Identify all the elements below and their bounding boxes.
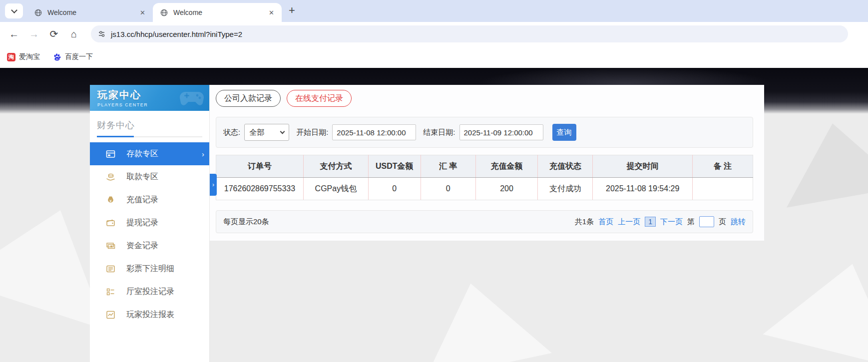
sidebar-item-hall-bet-record[interactable]: 厅室投注记录 xyxy=(90,280,209,303)
col-exchange-rate: 汇 率 xyxy=(421,155,475,178)
taobao-icon: 淘 xyxy=(7,53,15,61)
lottery-bet-detail-icon xyxy=(106,264,115,274)
sidebar-item-label: 彩票下注明细 xyxy=(126,264,174,274)
col-submit-time: 提交时间 xyxy=(593,155,693,178)
cell-order-number: 1762602869755333 xyxy=(216,178,304,200)
jump-action-link[interactable]: 跳转 xyxy=(731,217,746,227)
sidebar-item-label: 玩家投注报表 xyxy=(126,310,174,320)
sidebar-item-label: 厅室投注记录 xyxy=(126,287,174,297)
tab-close-icon[interactable]: ✕ xyxy=(266,8,277,17)
sidebar: 玩家中心 PLAYERS CENTER 财务中心 xyxy=(90,85,210,362)
bookmarks-bar: 淘 爱淘宝 du 百度一下 xyxy=(0,46,868,68)
tab-close-icon[interactable]: ✕ xyxy=(137,8,148,17)
search-button[interactable]: 查询 xyxy=(552,124,576,141)
bookmark-label: 爱淘宝 xyxy=(19,52,40,61)
table-header-row: 订单号 支付方式 USDT金额 汇 率 充值金额 充值状态 提交时间 备 注 xyxy=(216,155,753,178)
sidebar-item-label: 存款专区 xyxy=(126,149,158,159)
status-label: 状态: xyxy=(223,128,240,137)
cell-submit-time: 2025-11-08 19:54:29 xyxy=(593,178,693,200)
tab-online-payment-record[interactable]: 在线支付记录 xyxy=(287,90,352,107)
end-date-input[interactable] xyxy=(459,124,543,140)
start-date-label: 开始日期: xyxy=(296,128,328,137)
globe-icon xyxy=(34,8,42,17)
col-recharge-amount: 充值金额 xyxy=(475,155,538,178)
svg-text:du: du xyxy=(55,57,58,60)
status-select-value: 全部 xyxy=(249,128,264,137)
sidebar-item-deposit-zone[interactable]: 存款专区 › xyxy=(90,142,209,165)
baidu-paw-icon: du xyxy=(53,53,61,61)
cell-usdt-amount: 0 xyxy=(368,178,421,200)
sidebar-collapse-handle[interactable]: › xyxy=(210,174,217,196)
sidebar-item-lottery-bet-detail[interactable]: 彩票下注明细 xyxy=(90,257,209,280)
sidebar-item-player-bet-report[interactable]: 玩家投注报表 xyxy=(90,303,209,326)
browser-tab-strip: Welcome ✕ Welcome ✕ + xyxy=(0,0,868,22)
status-select[interactable]: 全部 xyxy=(244,124,289,141)
player-bet-report-icon xyxy=(106,310,115,320)
col-payment-method: 支付方式 xyxy=(303,155,368,178)
chevron-down-icon xyxy=(280,129,285,134)
site-settings-icon[interactable] xyxy=(98,30,106,38)
globe-icon xyxy=(160,8,168,17)
sidebar-item-withdraw-zone[interactable]: 取款专区 xyxy=(90,165,209,188)
reload-button[interactable]: ⟳ xyxy=(45,25,63,43)
browser-toolbar: ← → ⟳ ⌂ js13.cc/hhcp/usercenter.html?ini… xyxy=(0,22,868,46)
filter-bar: 状态: 全部 开始日期: 结束日期: 查询 xyxy=(216,117,753,148)
content-container: 玩家中心 PLAYERS CENTER 财务中心 xyxy=(90,85,764,362)
hall-bet-record-icon xyxy=(106,287,115,297)
tab-title: Welcome xyxy=(47,8,137,16)
start-date-input[interactable] xyxy=(332,124,416,140)
decor-triangle xyxy=(763,247,868,362)
cell-recharge-amount: 200 xyxy=(475,178,538,200)
withdraw-icon xyxy=(106,172,115,182)
page-jump-input[interactable] xyxy=(699,216,714,227)
gamepad-icon xyxy=(178,88,205,107)
sidebar-item-label: 充值记录 xyxy=(126,195,158,205)
url-bar[interactable]: js13.cc/hhcp/usercenter.html?iniType=2 xyxy=(91,25,848,42)
withdrawal-record-icon xyxy=(106,218,115,228)
chevron-right-icon: › xyxy=(202,150,204,158)
bookmark-taobao[interactable]: 淘 爱淘宝 xyxy=(7,52,40,61)
prev-page-link[interactable]: 上一页 xyxy=(618,217,640,227)
browser-tab-inactive[interactable]: Welcome ✕ xyxy=(27,3,153,22)
jump-prefix-text: 第 xyxy=(687,217,695,227)
svg-text:¥: ¥ xyxy=(109,198,112,203)
sidebar-item-label: 资金记录 xyxy=(126,241,158,251)
tab-search-button[interactable] xyxy=(5,3,23,18)
sidebar-item-funds-record[interactable]: 资金记录 xyxy=(90,234,209,257)
forward-button[interactable]: → xyxy=(25,25,43,43)
pagination-controls: 共1条 首页 上一页 1 下一页 第 页 跳转 xyxy=(575,216,746,227)
finance-center-title: 财务中心 xyxy=(97,119,202,131)
chevron-right-icon: › xyxy=(212,181,214,188)
sidebar-item-withdrawal-record[interactable]: 提现记录 xyxy=(90,211,209,234)
deposit-icon xyxy=(106,149,115,159)
end-date-label: 结束日期: xyxy=(423,128,455,137)
current-page-badge[interactable]: 1 xyxy=(645,217,656,227)
decor-triangle xyxy=(774,113,868,207)
cell-recharge-status: 支付成功 xyxy=(538,178,593,200)
pagination-bar: 每页显示20条 共1条 首页 上一页 1 下一页 第 页 跳转 xyxy=(216,210,753,233)
web-page: 玩家中心 PLAYERS CENTER 财务中心 xyxy=(0,68,868,362)
record-type-tabs: 公司入款记录 在线支付记录 xyxy=(216,90,753,107)
back-button[interactable]: ← xyxy=(5,25,23,43)
col-recharge-status: 充值状态 xyxy=(538,155,593,178)
sidebar-section: 财务中心 xyxy=(90,111,209,137)
bookmark-baidu[interactable]: du 百度一下 xyxy=(53,52,93,61)
tab-title: Welcome xyxy=(173,8,266,16)
browser-tab-active[interactable]: Welcome ✕ xyxy=(153,3,282,22)
sidebar-item-recharge-record[interactable]: ¥ 充值记录 xyxy=(90,188,209,211)
payment-record-table: 订单号 支付方式 USDT金额 汇 率 充值金额 充值状态 提交时间 备 注 1… xyxy=(216,155,753,200)
tab-company-deposit-record[interactable]: 公司入款记录 xyxy=(216,90,281,107)
first-page-link[interactable]: 首页 xyxy=(598,217,613,227)
funds-record-icon xyxy=(106,241,115,251)
sidebar-menu: 存款专区 › 取款专区 ¥ 充值记录 xyxy=(90,142,209,326)
sidebar-item-label: 提现记录 xyxy=(126,218,158,228)
url-text: js13.cc/hhcp/usercenter.html?iniType=2 xyxy=(111,30,242,38)
home-button[interactable]: ⌂ xyxy=(65,25,83,43)
sidebar-item-label: 取款专区 xyxy=(126,172,158,182)
recharge-record-icon: ¥ xyxy=(106,195,115,205)
cell-payment-method: CGPay钱包 xyxy=(303,178,368,200)
new-tab-button[interactable]: + xyxy=(289,4,295,17)
col-remark: 备 注 xyxy=(693,155,753,178)
next-page-link[interactable]: 下一页 xyxy=(660,217,683,227)
jump-suffix-text: 页 xyxy=(719,217,726,227)
